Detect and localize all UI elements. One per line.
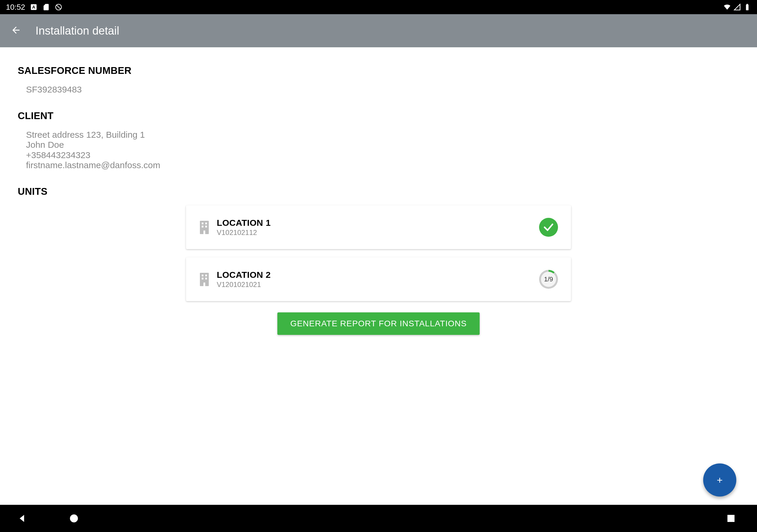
salesforce-value: SF392839483 <box>18 84 739 95</box>
client-heading: CLIENT <box>18 110 739 122</box>
client-name: John Doe <box>26 140 739 150</box>
client-address: Street address 123, Building 1 <box>26 130 739 140</box>
plus-icon: + <box>717 474 723 486</box>
unit-name: LOCATION 1 <box>217 218 539 228</box>
unit-status-complete <box>539 218 558 237</box>
unit-card-location-2[interactable]: LOCATION 2 V1201021021 1/9 <box>186 257 571 301</box>
client-details: Street address 123, Building 1 John Doe … <box>18 130 739 170</box>
wifi-icon <box>723 3 731 11</box>
svg-rect-10 <box>203 230 205 234</box>
svg-rect-4 <box>747 4 748 4</box>
unit-serial: V102102112 <box>217 228 539 237</box>
nav-back-button[interactable] <box>16 513 27 524</box>
no-sync-icon <box>55 3 62 11</box>
svg-rect-8 <box>202 225 203 227</box>
units-heading: UNITS <box>18 186 739 197</box>
unit-serial: V1201021021 <box>217 281 539 289</box>
units-list: LOCATION 1 V102102112 LOCATION 2 V120102… <box>18 205 739 335</box>
svg-point-17 <box>70 515 78 522</box>
unit-card-location-1[interactable]: LOCATION 1 V102102112 <box>186 205 571 249</box>
back-arrow-icon[interactable] <box>11 25 21 37</box>
sd-card-icon <box>42 3 50 11</box>
unit-name: LOCATION 2 <box>217 270 539 280</box>
unit-status-progress: 1/9 <box>539 270 558 289</box>
progress-ring-icon: 1/9 <box>539 270 558 289</box>
navigation-bar <box>0 505 757 532</box>
battery-icon <box>743 3 751 11</box>
status-bar: 10:52 A <box>0 0 757 14</box>
building-icon <box>199 273 210 286</box>
generate-report-button[interactable]: GENERATE REPORT FOR INSTALLATIONS <box>277 312 480 335</box>
nav-recent-button[interactable] <box>726 513 736 524</box>
svg-rect-14 <box>202 278 203 279</box>
svg-rect-18 <box>727 515 735 522</box>
add-fab-button[interactable]: + <box>703 463 736 496</box>
signal-icon <box>733 3 741 11</box>
unit-text: LOCATION 2 V1201021021 <box>217 270 539 289</box>
nav-home-button[interactable] <box>69 513 79 524</box>
salesforce-heading: SALESFORCE NUMBER <box>18 65 739 76</box>
app-icon-a: A <box>30 3 38 11</box>
client-section: CLIENT Street address 123, Building 1 Jo… <box>18 110 739 170</box>
svg-rect-15 <box>205 278 207 279</box>
client-phone: +358443234323 <box>26 150 739 161</box>
status-right <box>723 3 751 11</box>
building-icon <box>199 221 210 234</box>
client-email: firstname.lastname@danfoss.com <box>26 160 739 170</box>
unit-text: LOCATION 1 V102102112 <box>217 218 539 237</box>
svg-rect-16 <box>203 282 205 286</box>
app-bar: Installation detail <box>0 14 757 47</box>
content-area: SALESFORCE NUMBER SF392839483 CLIENT Str… <box>0 47 757 335</box>
svg-text:A: A <box>32 4 36 10</box>
svg-rect-9 <box>205 225 207 227</box>
svg-rect-13 <box>205 275 207 276</box>
units-section: UNITS <box>18 186 739 197</box>
salesforce-section: SALESFORCE NUMBER SF392839483 <box>18 65 739 95</box>
svg-rect-3 <box>746 4 749 10</box>
check-circle-icon <box>539 218 558 237</box>
svg-rect-12 <box>202 275 203 276</box>
svg-rect-7 <box>205 222 207 224</box>
progress-text: 1/9 <box>544 276 553 283</box>
page-title: Installation detail <box>36 24 119 37</box>
status-left: 10:52 A <box>6 3 62 12</box>
status-time: 10:52 <box>6 3 25 12</box>
svg-rect-6 <box>202 222 203 224</box>
